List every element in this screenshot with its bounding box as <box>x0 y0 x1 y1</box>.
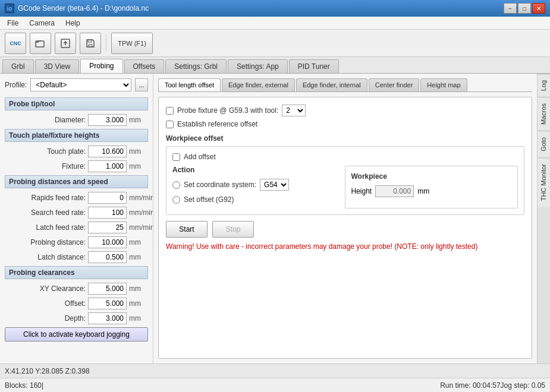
sub-tab-edge-external[interactable]: Edge finder, external <box>222 78 295 91</box>
toolbar: CNC TPW (F1) <box>0 30 550 57</box>
side-tab-macros[interactable]: Macros <box>538 97 550 131</box>
tpw-button[interactable]: TPW (F1) <box>111 33 153 54</box>
depth-row: Depth: mm <box>5 312 148 324</box>
touch-plate-section-header: Touch plate/fixture heights <box>5 129 148 142</box>
probing-clearances-header: Probing clearances <box>5 266 148 279</box>
probe-fixture-label[interactable]: Probe fixture @ G59.3 with tool: <box>177 106 278 115</box>
height-input[interactable] <box>375 185 414 197</box>
left-panel: Profile: <Default> ... Probe tip/tool Di… <box>0 74 153 363</box>
xy-clearance-input[interactable] <box>88 283 127 295</box>
depth-label: Depth: <box>65 314 86 323</box>
xy-clearance-row: XY Clearance: mm <box>5 283 148 295</box>
stop-button[interactable]: Stop <box>212 221 254 238</box>
probing-distances-header: Probing distances and speed <box>5 175 148 188</box>
probing-dist-input[interactable] <box>88 236 127 248</box>
diameter-input[interactable] <box>88 114 127 126</box>
coordinate-system-select[interactable]: G54 G55 G56 G57 <box>260 179 289 191</box>
menu-help[interactable]: Help <box>61 18 85 29</box>
fixture-input[interactable] <box>88 160 127 172</box>
workpiece-offset-section: Add offset Action Set coordinate system: <box>166 146 524 215</box>
rapids-label: Rapids feed rate: <box>32 194 86 202</box>
sub-tab-edge-internal[interactable]: Edge finder, internal <box>296 78 367 91</box>
set-coordinate-radio[interactable] <box>172 181 180 189</box>
probing-dist-row: Probing distance: mm <box>5 236 148 248</box>
menu-camera[interactable]: Camera <box>24 18 59 29</box>
rapids-unit: mm/min <box>129 194 146 202</box>
touch-plate-input[interactable] <box>88 146 127 157</box>
fixture-label: Fixture: <box>62 162 86 170</box>
add-offset-checkbox[interactable] <box>172 153 180 161</box>
height-row: Height mm <box>351 185 512 197</box>
close-button[interactable]: ✕ <box>532 3 545 14</box>
establish-ref-label[interactable]: Establish reference offset <box>177 120 257 128</box>
tab-3d-view[interactable]: 3D View <box>35 59 79 73</box>
establish-ref-checkbox[interactable] <box>166 121 174 128</box>
tab-settings-app[interactable]: Settings: App <box>228 59 288 73</box>
tab-grbl[interactable]: Grbl <box>2 59 34 73</box>
latch-feed-row: Latch feed rate: mm/min <box>5 222 148 233</box>
set-offset-row: Set offset (G92) <box>172 195 333 204</box>
offset-row: Offset: mm <box>5 298 148 309</box>
side-tab-thc-monitor[interactable]: THC Monitor <box>538 157 550 207</box>
profile-select[interactable]: <Default> <box>30 78 131 91</box>
blocks-count: Blocks: 160 <box>5 381 42 390</box>
two-col-section: Action Set coordinate system: G54 G55 G5… <box>172 166 518 208</box>
tab-probing[interactable]: Probing <box>80 59 122 73</box>
side-tab-goto[interactable]: Goto <box>538 131 550 157</box>
diameter-row: Diameter: mm <box>5 114 148 126</box>
tab-offsets[interactable]: Offsets <box>124 59 165 73</box>
workpiece-offset-title: Workpiece offset <box>166 134 524 143</box>
title-bar: io GCode Sender (beta-6.4) - D:\gondola.… <box>0 0 550 17</box>
sub-tab-center-finder[interactable]: Center finder <box>369 78 420 91</box>
coordinates-display: X:41.210 Y:28.085 Z:0.398 <box>5 367 90 375</box>
sub-tab-height-map[interactable]: Height map <box>420 78 467 91</box>
toolbar-save-btn[interactable] <box>80 33 101 54</box>
jog-step: Jog step: 0.05 <box>501 381 545 390</box>
rapids-input[interactable] <box>88 192 127 204</box>
start-button[interactable]: Start <box>166 221 208 238</box>
menu-file[interactable]: File <box>2 18 23 29</box>
search-input[interactable] <box>88 207 127 219</box>
latch-dist-unit: mm <box>129 253 146 261</box>
set-offset-radio[interactable] <box>172 196 180 204</box>
tab-settings-grbl[interactable]: Settings: Grbl <box>165 59 227 73</box>
keyboard-jog-button[interactable]: Click to activate keyboard jogging <box>5 327 148 342</box>
latch-dist-input[interactable] <box>88 251 127 263</box>
app-icon: io <box>5 4 14 13</box>
title-bar-left: io GCode Sender (beta-6.4) - D:\gondola.… <box>5 4 149 13</box>
minimize-button[interactable]: − <box>504 3 517 14</box>
side-tab-log[interactable]: Log <box>538 74 550 97</box>
set-offset-label[interactable]: Set offset (G92) <box>184 195 234 204</box>
latch-input[interactable] <box>88 222 127 233</box>
touch-plate-unit: mm <box>129 147 146 156</box>
side-tabs: Log Macros Goto THC Monitor <box>537 74 550 363</box>
toolbar-upload-btn[interactable] <box>55 33 76 54</box>
probe-fixture-checkbox[interactable] <box>166 107 174 115</box>
sub-tab-tool-length[interactable]: Tool length offset <box>158 78 221 91</box>
fixture-unit: mm <box>129 162 146 170</box>
profile-more-btn[interactable]: ... <box>135 78 148 91</box>
add-offset-label[interactable]: Add offset <box>184 153 216 161</box>
set-coordinate-row: Set coordinate system: G54 G55 G56 G57 <box>172 179 333 191</box>
rapids-feed-row: Rapids feed rate: mm/min <box>5 192 148 204</box>
divider-center: | <box>42 381 43 390</box>
depth-input[interactable] <box>88 312 127 324</box>
toolbar-open-btn[interactable] <box>30 33 51 54</box>
main-content: Profile: <Default> ... Probe tip/tool Di… <box>0 74 550 363</box>
content-area: Probe fixture @ G59.3 with tool: 2 1 3 E… <box>158 97 532 359</box>
tab-pid-tuner[interactable]: PID Tuner <box>289 59 339 73</box>
tool-number-select[interactable]: 2 1 3 <box>282 105 306 116</box>
run-time: Run time: 00:04:57 <box>440 381 500 390</box>
add-offset-row: Add offset <box>172 153 518 161</box>
latch-dist-label: Latch distance: <box>37 253 86 261</box>
xy-clearance-unit: mm <box>129 284 146 293</box>
offset-input[interactable] <box>88 298 127 309</box>
toolbar-cnc-btn[interactable]: CNC <box>5 33 26 54</box>
profile-row: Profile: <Default> ... <box>5 78 148 91</box>
profile-label: Profile: <box>5 81 27 89</box>
status-bar: Blocks: 160 | Run time: 00:04:57 Jog ste… <box>0 378 550 392</box>
action-buttons: Start Stop <box>166 221 524 238</box>
maximize-button[interactable]: □ <box>518 3 531 14</box>
probe-tip-section-header: Probe tip/tool <box>5 97 148 110</box>
set-coordinate-label[interactable]: Set coordinate system: <box>184 181 256 189</box>
